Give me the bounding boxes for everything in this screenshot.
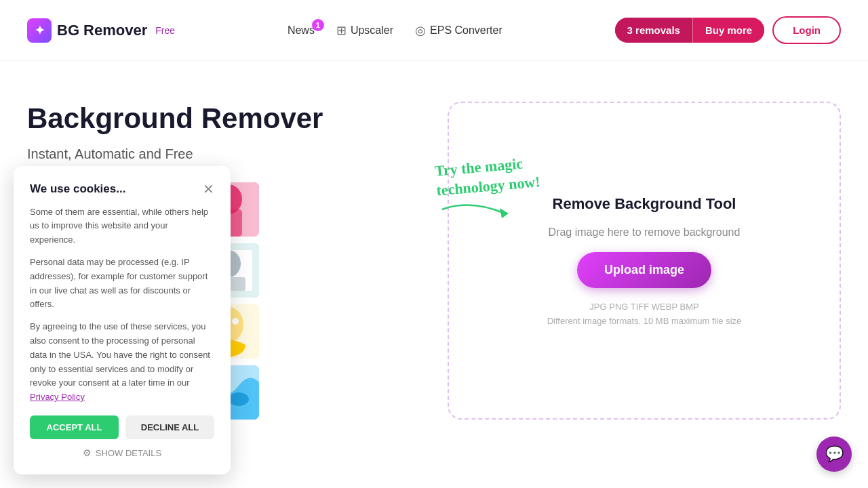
news-badge: 1 <box>312 19 324 31</box>
removals-button[interactable]: 3 removals Buy more <box>615 18 765 43</box>
tool-title: Remove Background Tool <box>553 195 736 213</box>
upscaler-icon: ⊞ <box>336 23 347 38</box>
cookie-modal: We use cookies... ✕ Some of them are ess… <box>14 166 231 447</box>
svg-point-20 <box>232 318 239 325</box>
format-text: JPG PNG TIFF WEBP BMP <box>589 302 698 312</box>
logo-icon: ✦ <box>27 18 52 43</box>
magic-arrow-svg <box>435 196 517 223</box>
size-limit-text: Different image formats. 10 MB maximum f… <box>547 316 742 326</box>
svg-marker-24 <box>500 208 509 218</box>
page-subtitle: Instant, Automatic and Free <box>27 146 420 162</box>
upload-section: Try the magic technology now! Remove Bac… <box>448 102 841 420</box>
decline-all-button[interactable]: DECLINE ALL <box>125 415 214 439</box>
eps-icon: ◎ <box>415 23 426 38</box>
page-title: Background Remover <box>27 102 420 136</box>
login-button[interactable]: Login <box>772 16 841 44</box>
cookie-header: We use cookies... ✕ <box>30 182 214 196</box>
cookie-text-3: By agreeing to the use of these services… <box>30 320 214 405</box>
upload-image-button[interactable]: Upload image <box>577 252 711 288</box>
header: ✦ BG Remover Free News 1 ⊞ Upscaler ◎ EP… <box>0 0 868 61</box>
cookie-actions: ACCEPT ALL DECLINE ALL <box>30 415 214 439</box>
magic-text-area: Try the magic technology now! <box>435 157 539 223</box>
upscaler-label: Upscaler <box>351 24 393 37</box>
cookie-text-1: Some of them are essential, while others… <box>30 205 214 247</box>
eps-label: EPS Converter <box>430 24 502 37</box>
drag-text: Drag image here to remove background <box>549 226 741 239</box>
magic-text: Try the magic technology now! <box>434 152 541 200</box>
logo-free: Free <box>155 25 175 36</box>
main-nav: News 1 ⊞ Upscaler ◎ EPS Converter <box>288 23 502 38</box>
cookie-close-button[interactable]: ✕ <box>203 182 214 196</box>
accept-all-button[interactable]: ACCEPT ALL <box>30 415 119 439</box>
header-actions: 3 removals Buy more Login <box>615 16 841 44</box>
logo-text: BG Remover <box>57 22 147 39</box>
cookie-text-2: Personal data may be processed (e.g. IP … <box>30 256 214 312</box>
buy-more-label: Buy more <box>693 18 764 43</box>
news-label: News <box>288 24 315 37</box>
chat-icon: 💬 <box>825 445 844 447</box>
svg-point-23 <box>229 392 249 406</box>
removals-count: 3 removals <box>615 18 692 43</box>
logo-area: ✦ BG Remover Free <box>27 18 175 43</box>
nav-news[interactable]: News 1 <box>288 24 315 37</box>
nav-upscaler[interactable]: ⊞ Upscaler <box>336 23 393 38</box>
cookie-title: We use cookies... <box>30 182 125 196</box>
privacy-policy-link[interactable]: Privacy Policy <box>30 392 85 402</box>
nav-eps[interactable]: ◎ EPS Converter <box>415 23 502 38</box>
